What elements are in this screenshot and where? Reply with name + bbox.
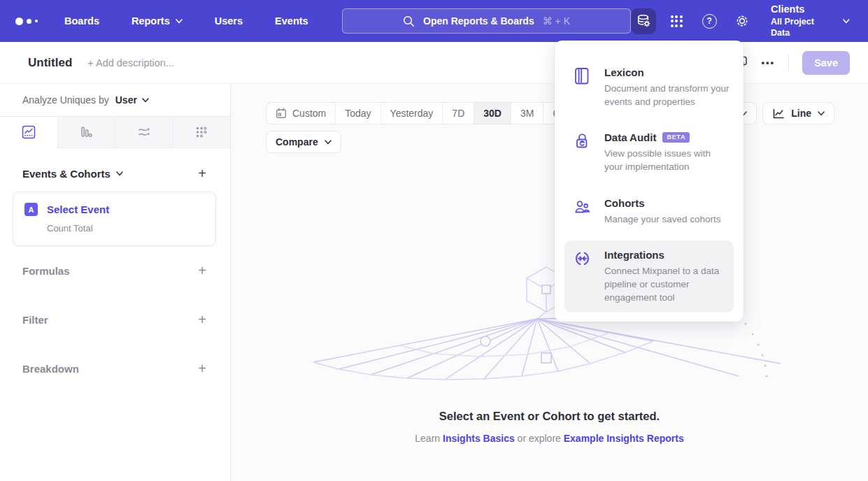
project-selector[interactable]: Clients All Project Data [771, 3, 850, 38]
breakdown-section: Breakdown + [0, 344, 230, 393]
tab-bar-chart[interactable] [58, 117, 116, 148]
line-chart-icon [22, 125, 36, 139]
add-description-field[interactable]: + Add description... [87, 57, 174, 69]
date-range-custom[interactable]: Custom [266, 103, 335, 124]
date-range-3m[interactable]: 3M [511, 103, 543, 124]
header-divider [788, 55, 789, 71]
help-icon: ? [702, 14, 717, 29]
filter-label: Filter [22, 314, 48, 326]
add-event-button[interactable]: + [198, 166, 206, 180]
chart-area: Custom Today Yesterday 7D 30D 3M 6M [231, 84, 868, 481]
menu-item-data-audit[interactable]: Data Audit BETA View possible issues wit… [564, 123, 734, 182]
events-cohorts-header[interactable]: Events & Cohorts [22, 168, 123, 180]
nav-item-events[interactable]: Events [275, 15, 308, 27]
add-breakdown-button[interactable]: + [198, 361, 206, 375]
data-audit-lock-icon [574, 131, 592, 173]
menu-item-cohorts[interactable]: Cohorts Manage your saved cohorts [564, 189, 734, 234]
cohorts-people-icon [574, 197, 592, 226]
date-range-30d[interactable]: 30D [474, 103, 511, 124]
line-chart-icon [772, 108, 785, 120]
project-name: Clients [771, 3, 833, 16]
menu-item-integrations[interactable]: Integrations Connect Mixpanel to a data … [564, 240, 734, 313]
date-range-7d[interactable]: 7D [442, 103, 474, 124]
chevron-down-icon [116, 171, 123, 176]
save-button[interactable]: Save [802, 51, 850, 75]
search-input[interactable]: Open Reports & Boards ⌘ + K [342, 8, 632, 34]
menu-item-lexicon[interactable]: Lexicon Document and transform your even… [564, 58, 734, 117]
breakdown-label: Breakdown [22, 363, 79, 375]
chevron-down-icon [142, 98, 149, 103]
metrics-grid-icon [194, 125, 208, 139]
empty-state-subtitle: Learn Insights Basics or explore Example… [415, 433, 683, 444]
insights-basics-link[interactable]: Insights Basics [443, 433, 515, 444]
chart-type-dropdown[interactable]: Line [762, 102, 834, 124]
filter-section: Filter + [0, 295, 230, 344]
flow-chart-icon [137, 125, 151, 139]
search-shortcut: ⌘ + K [543, 15, 570, 27]
settings-gear-icon [734, 13, 750, 29]
search-placeholder: Open Reports & Boards [423, 15, 534, 27]
example-reports-link[interactable]: Example Insights Reports [564, 433, 684, 444]
date-range-yesterday[interactable]: Yesterday [380, 103, 443, 124]
date-range-today[interactable]: Today [335, 103, 380, 124]
event-metric-dropdown[interactable]: Count Total [47, 223, 204, 234]
add-formula-button[interactable]: + [198, 264, 206, 278]
apps-grid-icon [671, 15, 683, 27]
lexicon-book-icon [574, 66, 592, 108]
settings-button[interactable] [730, 8, 755, 34]
select-event-button[interactable]: Select Event [47, 203, 109, 215]
analyze-label: Analyze Uniques by [22, 94, 109, 106]
report-title[interactable]: Untitled [28, 56, 72, 70]
tab-flow-chart[interactable] [115, 117, 173, 148]
add-filter-button[interactable]: + [198, 313, 206, 326]
empty-state-title: Select an Event or Cohort to get started… [439, 410, 660, 423]
event-series-badge: A [24, 203, 38, 216]
chart-type-tabs [0, 116, 230, 148]
more-options-button[interactable]: ••• [761, 57, 775, 68]
chevron-down-icon [325, 140, 332, 145]
tab-line-chart[interactable] [0, 117, 58, 148]
tab-metrics-grid[interactable] [173, 117, 231, 148]
query-builder-sidebar: Analyze Uniques by User [0, 84, 231, 481]
top-navbar: Boards Reports Users Events Open Reports… [0, 0, 868, 42]
chevron-down-icon [176, 19, 183, 24]
nav-item-users[interactable]: Users [215, 15, 243, 27]
database-gear-icon [636, 13, 651, 29]
event-card[interactable]: A Select Event Count Total [13, 192, 216, 246]
data-management-button[interactable] [631, 8, 656, 34]
analyze-by-dropdown[interactable]: User [115, 94, 149, 106]
formulas-section: Formulas + [0, 246, 230, 295]
data-management-dropdown: Lexicon Document and transform your even… [555, 41, 744, 322]
empty-state: Select an Event or Cohort to get started… [231, 257, 868, 444]
beta-badge: BETA [662, 132, 690, 143]
apps-grid-button[interactable] [664, 8, 689, 34]
nav-item-reports[interactable]: Reports [131, 15, 183, 27]
mixpanel-logo[interactable] [15, 17, 38, 25]
formulas-label: Formulas [22, 265, 70, 277]
project-scope: All Project Data [771, 16, 833, 39]
date-range-selector: Custom Today Yesterday 7D 30D 3M 6M [266, 102, 576, 124]
integrations-sync-icon [574, 249, 592, 304]
search-icon [403, 15, 415, 27]
chevron-down-icon [843, 19, 850, 24]
help-button[interactable]: ? [697, 8, 722, 34]
calendar-icon [276, 108, 287, 119]
bar-chart-icon [79, 125, 93, 139]
chevron-down-icon [818, 111, 825, 116]
compare-dropdown[interactable]: Compare [266, 131, 341, 153]
nav-item-boards[interactable]: Boards [64, 15, 99, 27]
